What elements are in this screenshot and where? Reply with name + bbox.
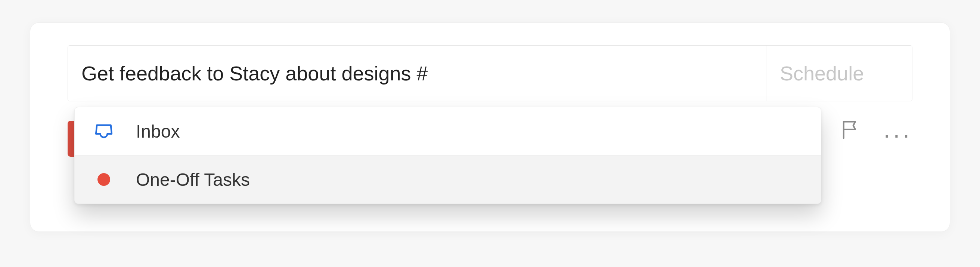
suggestion-label: One-Off Tasks: [136, 169, 250, 190]
task-input-row: Get feedback to Stacy about designs # Sc…: [68, 45, 912, 101]
suggestion-one-off-tasks[interactable]: One-Off Tasks: [75, 155, 821, 203]
app-root: Get feedback to Stacy about designs # Sc…: [0, 0, 980, 267]
suggestion-inbox[interactable]: Inbox: [75, 107, 821, 155]
project-color-dot-icon: [92, 168, 115, 191]
project-autocomplete-dropdown: Inbox One-Off Tasks: [74, 107, 821, 204]
schedule-button[interactable]: Schedule: [766, 46, 912, 101]
project-chip-edge[interactable]: [68, 121, 74, 157]
quick-add-card: Get feedback to Stacy about designs # Sc…: [30, 22, 950, 232]
task-name-input[interactable]: Get feedback to Stacy about designs #: [68, 46, 766, 101]
suggestion-label: Inbox: [136, 121, 180, 142]
inbox-icon: [92, 120, 115, 142]
flag-icon[interactable]: [839, 118, 862, 141]
